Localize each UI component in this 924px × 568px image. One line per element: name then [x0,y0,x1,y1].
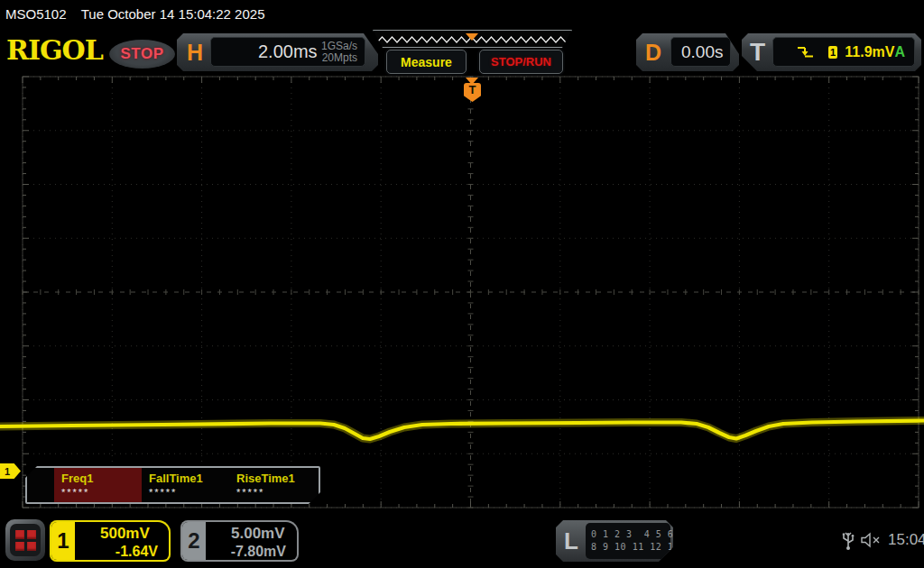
trigger-marker-label: T [469,83,476,96]
measurement-value: ***** [61,487,142,498]
channel2-button[interactable]: 2 5.00mV -7.80mV [180,520,299,562]
measurement-item-risetime1[interactable]: RiseTime1 ***** [229,468,317,502]
measurement-value: ***** [236,487,317,498]
measurement-label: Freq1 [61,472,142,485]
logic-key-label: L [564,527,578,555]
measurement-item-falltime1[interactable]: FallTime1 ***** [142,468,229,502]
channel1-marker-label: 1 [5,466,10,477]
speaker-muted-icon [860,532,883,548]
usb-icon [841,529,855,551]
channel1-readout: 500mV -1.64V [75,522,167,560]
channel2-offset: -7.80mV [206,544,295,560]
measurement-panel-spacer [27,468,54,502]
measurement-label: RiseTime1 [236,472,317,485]
status-clock: 15:04 [888,531,924,549]
measurement-panel[interactable]: Freq1 ***** FallTime1 ***** RiseTime1 **… [25,466,320,504]
channel1-number: 1 [51,522,75,560]
logic-channels-button[interactable]: L 0 1 2 3 4 5 6 7 8 9 10 11 12 13 14 15 [556,520,673,562]
oscilloscope-screen: MSO5102 Tue October 14 15:04:22 2025 RIG… [0,0,924,568]
logic-channel-list: 0 1 2 3 4 5 6 7 8 9 10 11 12 13 14 15 [586,523,670,559]
logic-row-8-15: 8 9 10 11 12 13 14 15 [591,541,670,554]
channel2-scale: 5.00mV [231,525,285,543]
channel1-scale: 500mV [100,525,150,543]
waveform-trace-ch1 [0,421,923,440]
measurement-value: ***** [149,487,229,498]
channel1-offset: -1.64V [75,544,167,560]
measurement-label: FallTime1 [149,472,229,485]
measurement-item-freq1[interactable]: Freq1 ***** [54,468,142,502]
channel2-number: 2 [182,522,206,560]
channel1-button[interactable]: 1 500mV -1.64V [50,520,171,562]
channel2-readout: 5.00mV -7.80mV [206,522,295,560]
menu-grid-icon [10,524,41,556]
main-menu-button[interactable] [5,519,45,561]
logic-row-0-7: 0 1 2 3 4 5 6 7 [591,528,670,541]
